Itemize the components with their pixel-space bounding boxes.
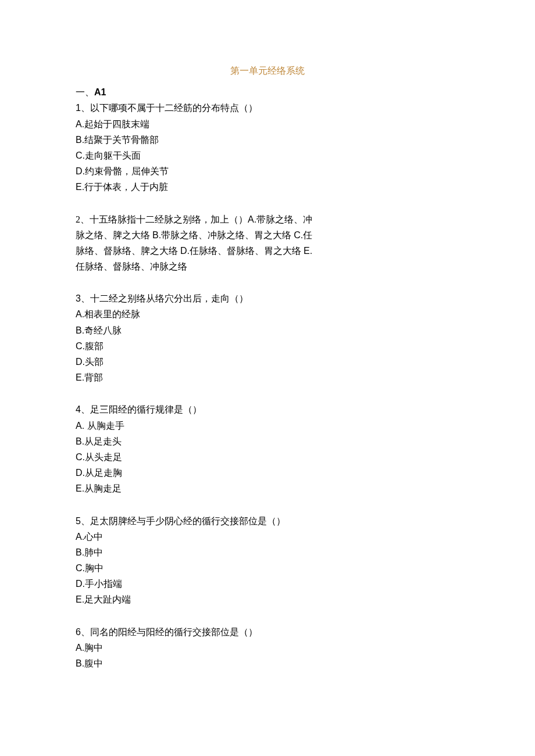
- option-letter: B.: [76, 135, 84, 145]
- question-stem: 3、十二经之别络从络穴分出后，走向（）: [76, 291, 459, 306]
- question-number: 5、: [76, 516, 90, 526]
- question-number: 6、: [76, 627, 90, 637]
- question-text: 足三阳经的循行规律是（）: [90, 404, 202, 414]
- option-text: 结聚于关节骨骼部: [84, 135, 159, 145]
- option-text: 从足走头: [84, 436, 122, 446]
- option-letter: A.: [76, 421, 87, 431]
- option-c: C.从头走足: [76, 449, 459, 465]
- question-number: 3、: [76, 293, 90, 303]
- option-d: D.约束骨骼，屈伸关节: [76, 163, 459, 179]
- option-letter: C.: [76, 341, 85, 351]
- option-letter: C.: [76, 563, 85, 573]
- unit-title: 第一单元经络系统: [76, 63, 459, 78]
- option-text: 从足走胸: [85, 468, 122, 478]
- option-text: 带脉之络、冲脉之络、胃之大络: [161, 230, 294, 240]
- option-b: B.结聚于关节骨骼部: [76, 132, 459, 148]
- option-a: A.胸中: [76, 640, 459, 655]
- option-c: C.胸中: [76, 560, 459, 576]
- option-a: A. 从胸走手: [76, 418, 459, 433]
- option-e: E.背部: [76, 370, 459, 385]
- option-letter: C.: [294, 230, 303, 240]
- question-stem: 1、以下哪项不属于十二经筋的分布特点（）: [76, 100, 459, 116]
- question-number: 2、: [76, 214, 90, 224]
- question-2: 2、十五络脉指十二经脉之别络，加上（）A.带脉之络、冲脉之络、脾之大络 B.带脉…: [76, 212, 320, 275]
- option-text: 任脉络、督脉络、胃之大络: [190, 246, 304, 256]
- question-text: 十二经之别络从络穴分出后，走向（）: [90, 293, 248, 303]
- option-text: 背部: [84, 372, 103, 382]
- option-letter: B.: [76, 436, 84, 446]
- section-heading: 一、A1: [76, 84, 459, 100]
- option-b: B.奇经八脉: [76, 323, 459, 338]
- question-text: 十五络脉指十二经脉之别络，加上（）: [90, 214, 248, 224]
- question-number: 4、: [76, 404, 90, 414]
- option-text: 起始于四肢末端: [84, 119, 149, 129]
- option-letter: D.: [76, 357, 85, 367]
- option-letter: A.: [76, 309, 84, 319]
- section-code: A1: [94, 87, 106, 97]
- option-letter: E.: [76, 594, 84, 604]
- question-5: 5、足太阴脾经与手少阴心经的循行交接部位是（） A.心中 B.肺中 C.胸中 D…: [76, 513, 459, 608]
- option-letter: A.: [248, 214, 256, 224]
- option-letter: B.: [152, 230, 161, 240]
- option-letter: B.: [76, 658, 84, 668]
- option-d: D.头部: [76, 354, 459, 370]
- option-c: C.腹部: [76, 338, 459, 354]
- option-a: A.心中: [76, 529, 459, 544]
- option-letter: D.: [76, 166, 85, 176]
- option-letter: D.: [76, 468, 85, 478]
- option-letter: C.: [76, 151, 85, 160]
- option-letter: E.: [304, 246, 312, 256]
- option-text: 足大趾内端: [84, 594, 131, 604]
- question-4: 4、足三阳经的循行规律是（） A. 从胸走手 B.从足走头 C.从头走足 D.从…: [76, 402, 459, 496]
- option-e: E.足大趾内端: [76, 592, 459, 607]
- option-letter: C.: [76, 452, 85, 462]
- option-text: 胸中: [85, 563, 104, 573]
- option-letter: A.: [76, 643, 84, 653]
- option-a: A.相表里的经脉: [76, 306, 459, 322]
- option-text: 手小指端: [85, 579, 122, 589]
- option-letter: A.: [76, 532, 84, 542]
- question-text: 以下哪项不属于十二经筋的分布特点（）: [90, 103, 258, 113]
- question-stem: 4、足三阳经的循行规律是（）: [76, 402, 459, 417]
- question-inline-block: 2、十五络脉指十二经脉之别络，加上（）A.带脉之络、冲脉之络、脾之大络 B.带脉…: [76, 212, 320, 275]
- option-e: E.从胸走足: [76, 481, 459, 496]
- option-text: 心中: [84, 532, 103, 542]
- option-b: B.腹中: [76, 655, 459, 671]
- option-text: 走向躯干头面: [85, 151, 141, 160]
- option-letter: B.: [76, 325, 84, 335]
- option-letter: D.: [180, 246, 190, 256]
- option-e: E.行于体表，人于内脏: [76, 179, 459, 195]
- option-text: 从胸走手: [87, 421, 124, 431]
- question-text: 足太阴脾经与手少阴心经的循行交接部位是（）: [90, 516, 286, 526]
- question-6: 6、同名的阳经与阳经的循行交接部位是（） A.胸中 B.腹中: [76, 624, 459, 672]
- option-d: D.从足走胸: [76, 465, 459, 481]
- question-stem: 6、同名的阳经与阳经的循行交接部位是（）: [76, 624, 459, 640]
- option-a: A.起始于四肢末端: [76, 116, 459, 132]
- option-text: 行于体表，人于内脏: [84, 182, 168, 192]
- option-text: 腹部: [85, 341, 104, 351]
- option-letter: D.: [76, 579, 85, 589]
- question-number: 1、: [76, 103, 90, 113]
- question-3: 3、十二经之别络从络穴分出后，走向（） A.相表里的经脉 B.奇经八脉 C.腹部…: [76, 291, 459, 385]
- option-b: B.肺中: [76, 544, 459, 560]
- option-text: 奇经八脉: [84, 325, 122, 335]
- option-text: 从头走足: [85, 452, 122, 462]
- option-text: 肺中: [84, 547, 103, 557]
- option-letter: E.: [76, 182, 84, 192]
- option-text: 任脉络、督脉络、冲脉之络: [76, 261, 187, 271]
- option-text: 胸中: [84, 643, 103, 653]
- question-stem: 5、足太阴脾经与手少阴心经的循行交接部位是（）: [76, 513, 459, 529]
- option-letter: A.: [76, 119, 84, 129]
- document-page: 第一单元经络系统 一、A1 1、以下哪项不属于十二经筋的分布特点（） A.起始于…: [0, 0, 535, 756]
- option-d: D.手小指端: [76, 576, 459, 592]
- section-prefix: 一、: [76, 87, 94, 97]
- option-text: 头部: [85, 357, 104, 367]
- option-text: 腹中: [84, 658, 103, 668]
- option-c: C.走向躯干头面: [76, 148, 459, 163]
- option-letter: E.: [76, 483, 84, 493]
- option-text: 相表里的经脉: [84, 309, 140, 319]
- question-1: 1、以下哪项不属于十二经筋的分布特点（） A.起始于四肢末端 B.结聚于关节骨骼…: [76, 100, 459, 195]
- option-b: B.从足走头: [76, 433, 459, 449]
- option-letter: B.: [76, 547, 84, 557]
- option-letter: E.: [76, 372, 84, 382]
